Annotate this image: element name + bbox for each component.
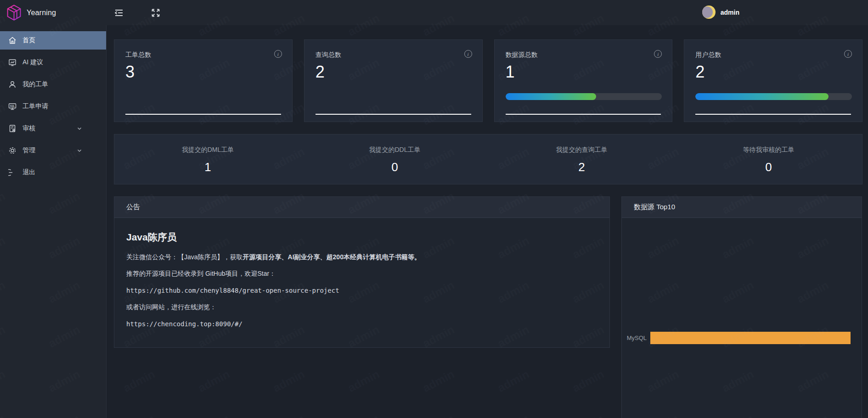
summary-ddl: 我提交的DDL工单 0 (301, 134, 488, 184)
announcement-panel: 公告 Java陈序员 关注微信公众号：【Java陈序员】，获取开源项目分享、AI… (114, 196, 610, 348)
stat-title: 查询总数 (316, 51, 471, 59)
info-icon[interactable]: i (844, 50, 852, 58)
stat-card-queries-total: 查询总数 2 i (304, 39, 483, 122)
progress-track (695, 93, 852, 100)
yearning-logo-icon (6, 4, 23, 21)
chart-bar-track (650, 332, 851, 344)
sidebar: 首页 AI 建议 我的工单 SQL 工单申请 (0, 25, 107, 418)
stat-card-datasources-total: 数据源总数 1 i (494, 39, 673, 122)
panel-title: 数据源 Top10 (634, 203, 675, 212)
brand: Yearning (6, 4, 56, 21)
progress-track (506, 93, 662, 100)
fullscreen-icon[interactable] (151, 8, 161, 18)
sparkline (695, 114, 851, 115)
announcement-link: https://chencoding.top:8090/#/ (126, 321, 597, 328)
summary-value: 1 (114, 160, 301, 174)
datasource-top10-panel: 数据源 Top10 MySQL (621, 196, 862, 418)
summary-row: 我提交的DML工单 1 我提交的DDL工单 0 我提交的查询工单 2 等待我审核… (114, 134, 862, 184)
menu-fold-icon[interactable] (114, 8, 124, 18)
app-title: Yearning (27, 9, 56, 17)
stat-value: 3 (125, 63, 281, 81)
user-icon (8, 80, 17, 89)
datasource-chart: MySQL (622, 218, 862, 418)
sidebar-item-label: 工单申请 (23, 102, 48, 111)
panel-title: 公告 (126, 203, 140, 212)
username: admin (721, 9, 739, 16)
announcement-heading: Java陈序员 (126, 231, 597, 244)
chevron-down-icon (77, 126, 82, 131)
chart-bar-row: MySQL (622, 332, 851, 344)
stat-cards: 工单总数 3 i 查询总数 2 i 数据源总数 1 i 用户总数 2 i (114, 39, 862, 122)
sidebar-item-home[interactable]: 首页 (0, 31, 106, 50)
moon-icon (702, 6, 713, 18)
sparkline (125, 114, 281, 115)
sidebar-item-label: 管理 (23, 146, 35, 155)
sidebar-item-label: 首页 (23, 36, 35, 45)
summary-value: 0 (301, 160, 488, 174)
sidebar-item-my-tickets[interactable]: 我的工单 (0, 75, 106, 94)
sidebar-item-label: 审核 (23, 124, 35, 133)
sparkline (316, 114, 471, 115)
progress-fill (506, 93, 597, 100)
monitor-sql-icon: SQL (8, 102, 17, 111)
announcement-panel-header: 公告 (114, 197, 609, 218)
info-icon[interactable]: i (464, 50, 472, 58)
announcement-body: Java陈序员 关注微信公众号：【Java陈序员】，获取开源项目分享、AI副业分… (114, 218, 609, 328)
audit-doc-icon (8, 124, 17, 133)
announcement-paragraph: 关注微信公众号：【Java陈序员】，获取开源项目分享、AI副业分享、超200本经… (126, 254, 597, 261)
chart-category-label: MySQL (622, 334, 650, 341)
sidebar-item-manage[interactable]: 管理 (0, 141, 106, 160)
info-icon[interactable]: i (274, 50, 282, 58)
user-menu[interactable]: admin (702, 6, 739, 19)
sidebar-item-label: 退出 (23, 168, 35, 177)
sidebar-item-ticket-apply[interactable]: SQL 工单申请 (0, 97, 106, 116)
home-icon (8, 36, 17, 45)
settings-gear-icon (8, 146, 17, 155)
summary-value: 2 (488, 160, 675, 174)
stat-card-tickets-total: 工单总数 3 i (114, 39, 293, 122)
stat-value: 2 (695, 63, 851, 81)
chevron-down-icon (77, 148, 82, 153)
summary-label: 我提交的DDL工单 (301, 146, 488, 154)
main-content: 工单总数 3 i 查询总数 2 i 数据源总数 1 i 用户总数 2 i (107, 25, 868, 418)
stat-title: 工单总数 (125, 51, 281, 59)
sparkline (506, 114, 661, 115)
sidebar-item-label: AI 建议 (23, 58, 43, 67)
topbar: Yearning admin (0, 0, 868, 25)
sidebar-item-ai-advice[interactable]: AI 建议 (0, 53, 106, 72)
ai-chart-icon (8, 58, 17, 67)
datasource-panel-header: 数据源 Top10 (622, 197, 862, 218)
chart-bar-mysql (650, 332, 851, 344)
stat-title: 用户总数 (695, 51, 851, 59)
progress-fill (695, 93, 829, 100)
summary-query: 我提交的查询工单 2 (488, 134, 675, 184)
svg-text:SQL: SQL (10, 105, 15, 107)
summary-label: 等待我审核的工单 (675, 146, 862, 154)
sidebar-item-label: 我的工单 (23, 80, 48, 89)
stat-value: 1 (506, 63, 661, 81)
summary-pending-audit: 等待我审核的工单 0 (675, 134, 862, 184)
announcement-link: https://github.com/chenyl8848/great-open… (126, 287, 597, 294)
sidebar-item-audit[interactable]: 审核 (0, 119, 106, 138)
summary-label: 我提交的查询工单 (488, 146, 675, 154)
summary-label: 我提交的DML工单 (114, 146, 301, 154)
announcement-paragraph: 推荐的开源项目已经收录到 GitHub项目，欢迎Star： (126, 270, 597, 277)
sidebar-item-logout[interactable]: 退出 (0, 163, 106, 182)
announcement-paragraph: 或者访问网站，进行在线浏览： (126, 304, 597, 311)
stat-card-users-total: 用户总数 2 i (684, 39, 862, 122)
summary-value: 0 (675, 160, 862, 174)
stat-title: 数据源总数 (506, 51, 661, 59)
logout-icon (8, 168, 17, 177)
avatar (702, 6, 716, 19)
summary-dml: 我提交的DML工单 1 (114, 134, 301, 184)
stat-value: 2 (316, 63, 471, 81)
